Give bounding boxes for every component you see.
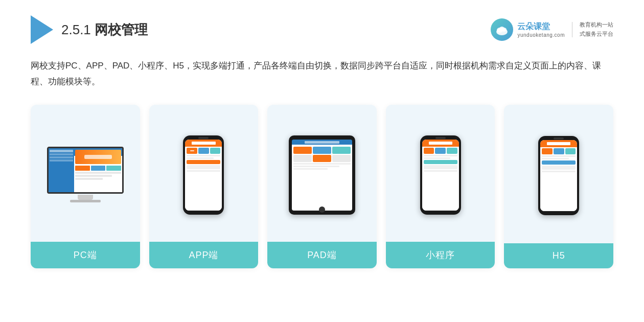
brand-divider — [572, 22, 572, 37]
header: 2.5.1 网校管理 云朵课堂 yunduoketang.com 教育机构一站 … — [31, 15, 613, 44]
card-pad-image — [267, 105, 377, 242]
cloud-icon — [495, 22, 509, 37]
card-h5: H5 — [504, 105, 613, 268]
card-app-label: APP端 — [149, 242, 259, 268]
brand-tagline: 教育机构一站 式服务云平台 — [580, 20, 613, 38]
card-h5-label: H5 — [504, 243, 613, 268]
brand-logo: 云朵课堂 yunduoketang.com 教育机构一站 式服务云平台 — [491, 18, 613, 41]
brand-text: 云朵课堂 yunduoketang.com — [517, 21, 565, 38]
card-miniprogram-label: 小程序 — [386, 242, 495, 268]
phone-device-mini — [420, 135, 461, 215]
card-pad: PAD端 — [267, 105, 377, 268]
phone-screen-h5 — [540, 140, 577, 211]
cards-container: PC端 — [31, 105, 613, 268]
header-left: 2.5.1 网校管理 — [31, 15, 148, 44]
page-container: 2.5.1 网校管理 云朵课堂 yunduoketang.com 教育机构一站 … — [0, 0, 644, 322]
description-text: 网校支持PC、APP、PAD、小程序、H5，实现多端打通，产品各终端自由切换，数… — [31, 58, 613, 89]
card-pc-image — [31, 105, 140, 242]
logo-triangle-icon — [31, 15, 53, 44]
desktop-stand — [78, 195, 93, 200]
phone-device-app — [183, 135, 224, 215]
card-pc: PC端 — [31, 105, 140, 268]
desktop-device — [44, 147, 126, 203]
card-pc-label: PC端 — [31, 242, 140, 268]
card-app: APP端 — [149, 105, 259, 268]
tablet-device — [289, 135, 355, 215]
page-title: 2.5.1 网校管理 — [61, 21, 148, 39]
card-app-image — [149, 105, 259, 242]
svg-point-3 — [499, 27, 504, 31]
phone-screen-mini — [422, 140, 459, 211]
brand-icon — [491, 18, 513, 41]
tablet-screen — [292, 140, 352, 211]
phone-device-h5 — [538, 136, 579, 215]
phone-screen-app — [185, 140, 222, 211]
desktop-base — [70, 200, 101, 202]
brand-name: 云朵课堂 — [517, 21, 550, 32]
card-miniprogram-image — [386, 105, 495, 242]
card-pad-label: PAD端 — [267, 242, 377, 268]
brand-url: yunduoketang.com — [517, 32, 565, 38]
desktop-screen — [47, 147, 124, 194]
card-miniprogram: 小程序 — [386, 105, 495, 268]
card-h5-image — [504, 105, 613, 243]
